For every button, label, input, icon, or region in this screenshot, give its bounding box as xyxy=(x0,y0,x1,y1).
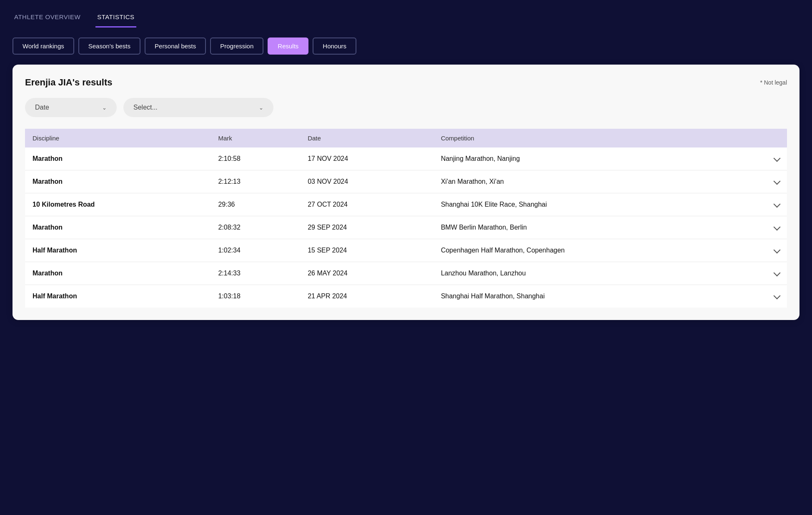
date-dropdown-arrow: ⌄ xyxy=(102,105,107,111)
cell-expand[interactable] xyxy=(767,148,787,170)
cell-expand[interactable] xyxy=(767,170,787,193)
expand-icon xyxy=(774,201,781,208)
cell-mark: 1:03:18 xyxy=(211,285,300,308)
table-row[interactable]: Half Marathon 1:03:18 21 APR 2024 Shangh… xyxy=(25,285,787,308)
cell-mark: 2:14:33 xyxy=(211,262,300,285)
table-header-row: Discipline Mark Date Competition xyxy=(25,129,787,148)
cell-competition: BMW Berlin Marathon, Berlin xyxy=(434,216,767,239)
select-dropdown[interactable]: Select... ⌄ xyxy=(123,98,273,117)
card-header: Erenjia JIA's results * Not legal xyxy=(25,77,787,88)
cell-competition: Lanzhou Marathon, Lanzhou xyxy=(434,262,767,285)
expand-icon xyxy=(774,178,781,185)
cell-discipline: Half Marathon xyxy=(25,285,211,308)
cell-mark: 2:10:58 xyxy=(211,148,300,170)
filter-tab-results[interactable]: Results xyxy=(268,38,308,55)
expand-icon xyxy=(774,292,781,300)
date-dropdown-label: Date xyxy=(35,104,49,111)
cell-competition: Copenhagen Half Marathon, Copenhagen xyxy=(434,239,767,262)
col-header-competition: Competition xyxy=(434,129,767,148)
select-dropdown-arrow: ⌄ xyxy=(259,105,263,111)
filter-tab-seasons-bests[interactable]: Season's bests xyxy=(78,38,140,55)
cell-competition: Xi'an Marathon, Xi'an xyxy=(434,170,767,193)
table-row[interactable]: Marathon 2:12:13 03 NOV 2024 Xi'an Marat… xyxy=(25,170,787,193)
cell-competition: Shanghai 10K Elite Race, Shanghai xyxy=(434,193,767,216)
expand-icon xyxy=(774,155,781,162)
expand-icon xyxy=(774,247,781,254)
cell-discipline: Half Marathon xyxy=(25,239,211,262)
expand-icon xyxy=(774,270,781,277)
filter-tab-personal-bests[interactable]: Personal bests xyxy=(145,38,206,55)
top-nav: ATHLETE OVERVIEW STATISTICS xyxy=(0,0,812,28)
results-table: Discipline Mark Date Competition Maratho… xyxy=(25,129,787,308)
cell-date: 17 NOV 2024 xyxy=(300,148,433,170)
filter-tab-progression[interactable]: Progression xyxy=(210,38,263,55)
filter-tabs-row: World rankings Season's bests Personal b… xyxy=(0,28,812,65)
cell-expand[interactable] xyxy=(767,285,787,308)
tab-statistics[interactable]: STATISTICS xyxy=(95,8,136,28)
cell-discipline: Marathon xyxy=(25,148,211,170)
table-body: Marathon 2:10:58 17 NOV 2024 Nanjing Mar… xyxy=(25,148,787,308)
table-row[interactable]: Marathon 2:14:33 26 MAY 2024 Lanzhou Mar… xyxy=(25,262,787,285)
cell-expand[interactable] xyxy=(767,193,787,216)
col-header-discipline: Discipline xyxy=(25,129,211,148)
card-title: Erenjia JIA's results xyxy=(25,77,112,88)
cell-date: 29 SEP 2024 xyxy=(300,216,433,239)
table-row[interactable]: 10 Kilometres Road 29:36 27 OCT 2024 Sha… xyxy=(25,193,787,216)
select-dropdown-label: Select... xyxy=(133,104,158,111)
results-card: Erenjia JIA's results * Not legal Date ⌄… xyxy=(13,65,799,320)
filter-tab-world-rankings[interactable]: World rankings xyxy=(13,38,74,55)
table-row[interactable]: Marathon 2:08:32 29 SEP 2024 BMW Berlin … xyxy=(25,216,787,239)
cell-date: 21 APR 2024 xyxy=(300,285,433,308)
table-head: Discipline Mark Date Competition xyxy=(25,129,787,148)
cell-date: 15 SEP 2024 xyxy=(300,239,433,262)
not-legal-label: * Not legal xyxy=(760,79,787,86)
cell-mark: 1:02:34 xyxy=(211,239,300,262)
cell-discipline: Marathon xyxy=(25,170,211,193)
cell-competition: Shanghai Half Marathon, Shanghai xyxy=(434,285,767,308)
col-header-date: Date xyxy=(300,129,433,148)
filter-tab-honours[interactable]: Honours xyxy=(313,38,356,55)
cell-mark: 2:08:32 xyxy=(211,216,300,239)
cell-expand[interactable] xyxy=(767,239,787,262)
expand-icon xyxy=(774,224,781,231)
cell-date: 03 NOV 2024 xyxy=(300,170,433,193)
filter-dropdowns: Date ⌄ Select... ⌄ xyxy=(25,98,787,117)
cell-expand[interactable] xyxy=(767,262,787,285)
tab-athlete-overview[interactable]: ATHLETE OVERVIEW xyxy=(13,8,82,28)
date-dropdown[interactable]: Date ⌄ xyxy=(25,98,117,117)
cell-expand[interactable] xyxy=(767,216,787,239)
cell-discipline: Marathon xyxy=(25,216,211,239)
cell-date: 27 OCT 2024 xyxy=(300,193,433,216)
cell-competition: Nanjing Marathon, Nanjing xyxy=(434,148,767,170)
cell-date: 26 MAY 2024 xyxy=(300,262,433,285)
col-header-expand xyxy=(767,129,787,148)
cell-discipline: Marathon xyxy=(25,262,211,285)
col-header-mark: Mark xyxy=(211,129,300,148)
cell-discipline: 10 Kilometres Road xyxy=(25,193,211,216)
cell-mark: 29:36 xyxy=(211,193,300,216)
table-row[interactable]: Half Marathon 1:02:34 15 SEP 2024 Copenh… xyxy=(25,239,787,262)
cell-mark: 2:12:13 xyxy=(211,170,300,193)
table-row[interactable]: Marathon 2:10:58 17 NOV 2024 Nanjing Mar… xyxy=(25,148,787,170)
